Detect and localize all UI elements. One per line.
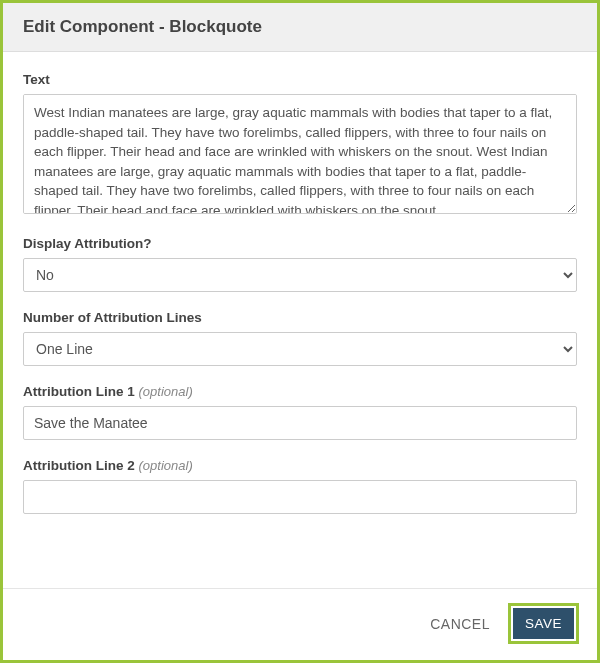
save-button[interactable]: SAVE [513, 608, 574, 639]
field-attribution-line-2: Attribution Line 2 (optional) [23, 458, 577, 514]
field-display-attribution: Display Attribution? No Yes [23, 236, 577, 292]
select-num-attribution-lines[interactable]: One Line Two Lines [23, 332, 577, 366]
save-button-highlight: SAVE [508, 603, 579, 644]
label-attribution-line-1-text: Attribution Line 1 [23, 384, 135, 399]
dialog-header: Edit Component - Blockquote [3, 3, 597, 52]
cancel-button[interactable]: CANCEL [430, 616, 490, 632]
label-attribution-line-1-optional: (optional) [139, 384, 193, 399]
label-attribution-line-2-optional: (optional) [139, 458, 193, 473]
dialog-footer: CANCEL SAVE [3, 588, 597, 660]
dialog-edit-component: Edit Component - Blockquote Text West In… [0, 0, 600, 663]
field-attribution-line-1: Attribution Line 1 (optional) [23, 384, 577, 440]
field-text: Text West Indian manatees are large, gra… [23, 72, 577, 218]
select-display-attribution[interactable]: No Yes [23, 258, 577, 292]
textarea-text[interactable]: West Indian manatees are large, gray aqu… [23, 94, 577, 214]
label-attribution-line-2-text: Attribution Line 2 [23, 458, 135, 473]
dialog-body: Text West Indian manatees are large, gra… [3, 52, 597, 588]
input-attribution-line-1[interactable] [23, 406, 577, 440]
label-attribution-line-1: Attribution Line 1 (optional) [23, 384, 577, 399]
field-num-attribution-lines: Number of Attribution Lines One Line Two… [23, 310, 577, 366]
label-display-attribution: Display Attribution? [23, 236, 577, 251]
label-num-attribution-lines: Number of Attribution Lines [23, 310, 577, 325]
label-attribution-line-2: Attribution Line 2 (optional) [23, 458, 577, 473]
dialog-title: Edit Component - Blockquote [23, 17, 577, 37]
input-attribution-line-2[interactable] [23, 480, 577, 514]
label-text: Text [23, 72, 577, 87]
